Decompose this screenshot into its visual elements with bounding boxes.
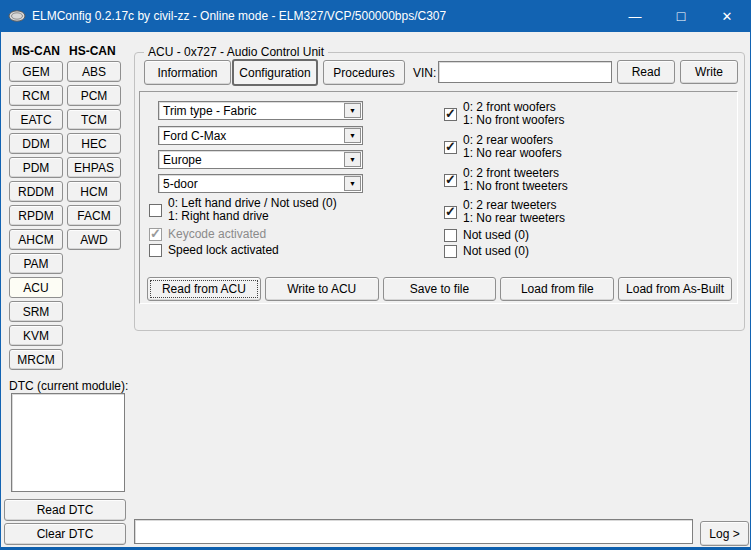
region-value: Europe bbox=[159, 153, 344, 167]
clear-dtc-button[interactable]: Clear DTC bbox=[4, 523, 126, 545]
front-woofers-label: 0: 2 front woofers 1: No front woofers bbox=[463, 101, 564, 127]
front-tweeters-checkbox[interactable] bbox=[444, 174, 457, 187]
rear-woofers-checkbox-row: 0: 2 rear woofers 1: No rear woofers bbox=[444, 134, 562, 160]
module-button-rcm[interactable]: RCM bbox=[9, 85, 63, 106]
module-button-ddm[interactable]: DDM bbox=[9, 133, 63, 154]
front-tweeters-label: 0: 2 front tweeters 1: No front tweeters bbox=[463, 167, 568, 193]
front-woofers-checkbox[interactable] bbox=[444, 108, 457, 121]
keycode-checkbox-label: Keycode activated bbox=[168, 228, 266, 241]
vehicle-model-dropdown[interactable]: Ford C-Max ▼ bbox=[158, 126, 363, 145]
vin-label: VIN: bbox=[413, 66, 436, 80]
module-button-awd[interactable]: AWD bbox=[67, 229, 121, 250]
app-icon bbox=[8, 7, 26, 25]
speedlock-checkbox-label: Speed lock activated bbox=[168, 244, 279, 257]
rear-woofers-checkbox[interactable] bbox=[444, 141, 457, 154]
module-button-pdm[interactable]: PDM bbox=[9, 157, 63, 178]
module-button-rpdm[interactable]: RPDM bbox=[9, 205, 63, 226]
module-button-facm[interactable]: FACM bbox=[67, 205, 121, 226]
dropdown-arrow-icon[interactable]: ▼ bbox=[344, 103, 361, 118]
action-button-row: Read from ACU Write to ACU Save to file … bbox=[147, 277, 732, 301]
door-count-dropdown[interactable]: 5-door ▼ bbox=[158, 174, 363, 193]
module-button-hcm[interactable]: HCM bbox=[67, 181, 121, 202]
hs-can-header: HS-CAN bbox=[69, 44, 116, 58]
front-woofers-checkbox-row: 0: 2 front woofers 1: No front woofers bbox=[444, 101, 564, 127]
speedlock-checkbox[interactable] bbox=[149, 244, 162, 257]
load-from-asbuilt-button[interactable]: Load from As-Built bbox=[618, 277, 732, 301]
tab-information[interactable]: Information bbox=[144, 60, 231, 85]
read-dtc-button[interactable]: Read DTC bbox=[4, 499, 126, 521]
module-button-abs[interactable]: ABS bbox=[67, 61, 121, 82]
dropdown-arrow-icon[interactable]: ▼ bbox=[344, 152, 361, 167]
module-button-rddm[interactable]: RDDM bbox=[9, 181, 63, 202]
vin-input[interactable] bbox=[438, 61, 612, 83]
speedlock-checkbox-row: Speed lock activated bbox=[149, 244, 279, 257]
module-button-ehpas[interactable]: EHPAS bbox=[67, 157, 121, 178]
dropdown-arrow-icon[interactable]: ▼ bbox=[344, 128, 361, 143]
module-button-srm[interactable]: SRM bbox=[9, 301, 63, 322]
keycode-checkbox bbox=[149, 228, 162, 241]
acu-group-title: ACU - 0x727 - Audio Control Unit bbox=[144, 45, 328, 59]
vin-write-button[interactable]: Write bbox=[680, 60, 738, 84]
front-tweeters-checkbox-row: 0: 2 front tweeters 1: No front tweeters bbox=[444, 167, 568, 193]
ms-can-header: MS-CAN bbox=[12, 44, 60, 58]
vin-read-button[interactable]: Read bbox=[617, 60, 675, 84]
module-button-mrcm[interactable]: MRCM bbox=[9, 349, 63, 370]
log-button[interactable]: Log > bbox=[700, 521, 749, 546]
rear-woofers-label: 0: 2 rear woofers 1: No rear woofers bbox=[463, 134, 562, 160]
tab-configuration[interactable]: Configuration bbox=[232, 59, 318, 86]
not-used-2-label: Not used (0) bbox=[463, 245, 529, 258]
tab-procedures[interactable]: Procedures bbox=[323, 60, 405, 85]
close-button[interactable]: ✕ bbox=[704, 0, 750, 32]
rear-tweeters-checkbox-row: 0: 2 rear tweeters 1: No rear tweeters bbox=[444, 199, 565, 225]
module-button-hec[interactable]: HEC bbox=[67, 133, 121, 154]
not-used-2-checkbox-row: Not used (0) bbox=[444, 245, 529, 258]
hs-can-column: ABS PCM TCM HEC EHPAS HCM FACM AWD bbox=[67, 61, 121, 250]
rear-tweeters-checkbox[interactable] bbox=[444, 206, 457, 219]
module-button-kvm[interactable]: KVM bbox=[9, 325, 63, 346]
trim-type-value: Trim type - Fabric bbox=[159, 104, 344, 118]
write-to-acu-button[interactable]: Write to ACU bbox=[265, 277, 379, 301]
save-to-file-button[interactable]: Save to file bbox=[383, 277, 497, 301]
lhd-checkbox-row: 0: Left hand drive / Not used (0) 1: Rig… bbox=[149, 197, 337, 223]
not-used-1-checkbox-row: Not used (0) bbox=[444, 229, 529, 242]
app-window: ELMConfig 0.2.17c by civil-zz - Online m… bbox=[0, 0, 751, 550]
rear-tweeters-label: 0: 2 rear tweeters 1: No rear tweeters bbox=[463, 199, 565, 225]
not-used-1-checkbox[interactable] bbox=[444, 229, 457, 242]
dropdown-arrow-icon[interactable]: ▼ bbox=[344, 176, 361, 191]
module-button-pam[interactable]: PAM bbox=[9, 253, 63, 274]
titlebar: ELMConfig 0.2.17c by civil-zz - Online m… bbox=[1, 0, 750, 32]
window-title: ELMConfig 0.2.17c by civil-zz - Online m… bbox=[32, 9, 446, 23]
not-used-1-label: Not used (0) bbox=[463, 229, 529, 242]
door-count-value: 5-door bbox=[159, 177, 344, 191]
module-button-pcm[interactable]: PCM bbox=[67, 85, 121, 106]
module-button-gem[interactable]: GEM bbox=[9, 61, 63, 82]
trim-type-dropdown[interactable]: Trim type - Fabric ▼ bbox=[158, 101, 363, 120]
module-button-acu-selected[interactable]: ACU bbox=[9, 277, 63, 298]
log-input[interactable] bbox=[134, 519, 693, 544]
not-used-2-checkbox[interactable] bbox=[444, 245, 457, 258]
lhd-checkbox-label: 0: Left hand drive / Not used (0) 1: Rig… bbox=[168, 197, 337, 223]
module-button-tcm[interactable]: TCM bbox=[67, 109, 121, 130]
region-dropdown[interactable]: Europe ▼ bbox=[158, 150, 363, 169]
keycode-checkbox-row: Keycode activated bbox=[149, 228, 266, 241]
maximize-button[interactable]: □ bbox=[658, 0, 704, 32]
read-from-acu-button[interactable]: Read from ACU bbox=[147, 277, 261, 301]
dtc-listbox[interactable] bbox=[11, 393, 125, 492]
ms-can-column: GEM RCM EATC DDM PDM RDDM RPDM AHCM PAM … bbox=[9, 61, 63, 370]
module-button-ahcm[interactable]: AHCM bbox=[9, 229, 63, 250]
lhd-checkbox[interactable] bbox=[149, 204, 162, 217]
dtc-label: DTC (current module): bbox=[9, 379, 128, 393]
minimize-button[interactable]: — bbox=[612, 0, 658, 32]
vehicle-model-value: Ford C-Max bbox=[159, 129, 344, 143]
load-from-file-button[interactable]: Load from file bbox=[500, 277, 614, 301]
module-button-eatc[interactable]: EATC bbox=[9, 109, 63, 130]
